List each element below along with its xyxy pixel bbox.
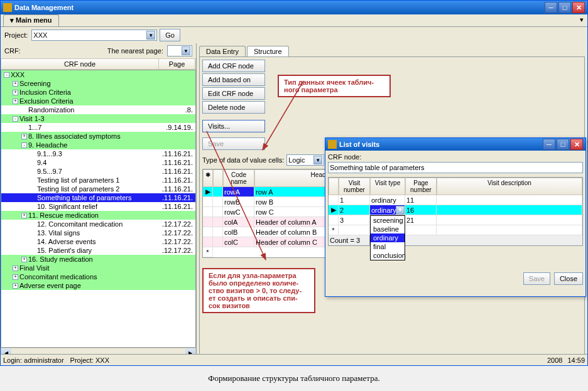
dialog-save-button[interactable]: Save [523,272,550,285]
tree-row[interactable]: Testing list of parameters 2.11.16.21. [1,185,195,193]
dialog-maximize-button[interactable]: □ [557,139,569,150]
tree-row[interactable]: -Visit 1-3 [1,114,195,123]
tree-row[interactable]: 12. Concomitant medication.12.17.22. [1,220,195,228]
minimize-button[interactable]: ─ [545,2,557,13]
right-tabs: Data Entry Structure [199,46,585,56]
close-button[interactable]: ✕ [572,2,585,13]
right-panel: Data Entry Structure Add CRF node Add ba… [197,43,587,358]
tree-row[interactable]: +8. Illnes associated symptoms [1,132,195,141]
expand-icon[interactable]: + [13,265,18,271]
tree-row[interactable]: 10. Significant relief.11.16.21. [1,202,195,211]
expand-icon[interactable]: + [13,90,18,95]
nearest-page-label: The nearest page: [107,47,163,55]
project-combo[interactable]: XXX ▼ [31,29,157,41]
dialog-title: List of visits [339,141,379,148]
main-menu-tab[interactable]: ▾ Main menu [3,14,59,26]
add-crf-button[interactable]: Add CRF node [202,60,265,72]
tree-row[interactable]: +Screening [1,79,195,88]
figure-caption: Формирование структуры табличного параме… [0,366,588,391]
project-toolbar: Project: XXX ▼ Go [1,27,587,43]
status-date: 2008 [547,356,562,364]
tree-row[interactable]: Randomization.8. [1,105,195,114]
expand-icon[interactable]: - [4,72,9,78]
add-based-button[interactable]: Add based on [202,73,265,86]
tree-row[interactable]: +11. Rescue medication [1,211,195,220]
tree-row[interactable]: 13. Vital signs.12.17.22. [1,228,195,237]
dropdown-item[interactable]: baseline [371,225,405,233]
statusbar: Login: administrator Project: XXX 2008 1… [1,354,587,365]
table-row[interactable]: 321 [329,215,582,225]
tree-row[interactable]: 14. Adverse events.12.17.22. [1,237,195,246]
dialog-icon [328,140,337,149]
visits-button[interactable]: Visits... [202,120,265,132]
main-window: Data Management ─ □ ✕ ▾ Main menu ▾ Proj… [0,0,588,366]
status-time: 14:59 [567,356,585,364]
chevron-down-icon[interactable]: ▼ [182,46,190,55]
visits-dialog: List of visits ─ □ ✕ CRF node: Something… [325,137,586,297]
expand-icon[interactable]: + [21,134,27,139]
tree-row[interactable]: -XXX [1,70,195,79]
main-menu-bar: ▾ Main menu ▾ [1,14,587,27]
status-login: Login: administrator [3,356,64,364]
visit-type-dropdown[interactable]: screeningbaselineordinaryfinalconclusion [370,215,405,260]
menu-dropdown-icon[interactable]: ▾ [576,14,587,26]
crf-node-field[interactable]: Something table of parameters [328,162,583,173]
tree-row[interactable]: +Exclusion Criteria [1,97,195,105]
dialog-minimize-button[interactable]: ─ [543,139,555,150]
expand-icon[interactable]: + [13,81,18,87]
dropdown-item[interactable]: ordinary [371,233,405,242]
tree-row[interactable]: Something table of parameters.11.16.21. [1,193,195,202]
chevron-down-icon[interactable]: ▼ [396,206,405,215]
tree-col-node: CRF node [1,59,159,69]
tree-row[interactable]: +16. Study medication [1,255,195,264]
go-button[interactable]: Go [160,29,180,41]
tab-data-entry[interactable]: Data Entry [199,46,246,56]
tree-header: CRF node Page [1,58,196,70]
annotation-datatype: Тип данных ячеек таблич- ного параметра [278,75,391,97]
dropdown-item[interactable]: final [371,242,405,251]
table-row[interactable]: 1ordinary11 [329,195,582,205]
expand-icon[interactable]: + [21,213,27,218]
expand-icon[interactable]: + [13,283,18,289]
tree-row[interactable]: +Final Visit [1,264,195,272]
tree-row[interactable]: 9.1...9.3.11.16.21. [1,149,195,158]
crf-toolbar: CRF: The nearest page: ▼ [1,43,196,58]
expand-icon[interactable]: - [13,116,18,122]
tree-row[interactable]: 1...7.9.14.19. [1,123,195,132]
crf-node-label: CRF node: [328,153,583,161]
chevron-down-icon[interactable]: ▼ [313,156,322,164]
crf-tree[interactable]: -XXX+Screening+Inclusion Criteria+Exclus… [1,70,196,348]
tree-row[interactable]: +Adverse event page [1,281,195,290]
dropdown-item[interactable]: screening [371,216,405,225]
delete-node-button[interactable]: Delete node [202,101,265,114]
expand-icon[interactable]: + [21,257,27,262]
dialog-close-button[interactable]: ✕ [570,139,583,150]
dropdown-item[interactable]: conclusion [371,251,405,260]
chevron-down-icon[interactable]: ▼ [146,31,155,40]
tree-row[interactable]: 9.5...9.7.11.16.21. [1,167,195,176]
annotation-visits: Если для узла-параметра было определено … [202,268,315,313]
tree-row[interactable]: 15. Patient's diary.12.17.22. [1,246,195,255]
expand-icon[interactable]: - [21,142,27,148]
expand-icon[interactable]: + [13,274,18,280]
project-label: Project: [4,31,28,39]
maximize-button[interactable]: □ [558,2,571,13]
tab-structure[interactable]: Structure [247,46,289,56]
type-label: Type of data of value cells: [202,156,284,164]
expand-icon[interactable]: + [13,99,18,104]
tree-row[interactable]: Testing list of parameters 1.11.16.21. [1,176,195,185]
crf-label: CRF: [4,47,21,55]
tree-row[interactable]: +Inclusion Criteria [1,88,195,97]
dialog-close-btn[interactable]: Close [554,272,583,285]
tree-row[interactable]: 9.4.11.16.21. [1,158,195,167]
titlebar: Data Management ─ □ ✕ [1,1,587,14]
tree-row[interactable]: -9. Headache [1,141,195,149]
table-row[interactable]: ▶2ordinary▼16 [329,205,582,215]
edit-crf-button[interactable]: Edit CRF node [202,87,265,100]
status-project: Project: XXX [70,356,109,364]
save-button[interactable]: Save [202,137,265,150]
tree-row[interactable]: +Concomitant medications [1,272,195,281]
nearest-page-combo[interactable]: ▼ [167,45,192,56]
window-title: Data Management [14,4,74,11]
type-combo[interactable]: Logic ▼ [286,154,324,166]
